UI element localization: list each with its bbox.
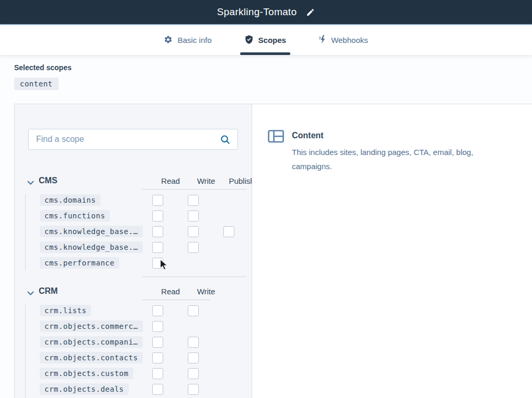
search-icon (220, 134, 231, 147)
write-checkbox[interactable] (188, 337, 199, 348)
read-checkbox[interactable] (152, 352, 163, 363)
scope-row: cms.functions (15, 209, 252, 225)
section-header: CRMReadWrite (27, 286, 252, 298)
scope-row: crm.objects.commerc… (15, 319, 252, 335)
write-checkbox[interactable] (188, 305, 199, 316)
publish-checkbox[interactable] (223, 226, 234, 237)
read-checkbox[interactable] (152, 195, 163, 206)
section-rows: cms.domains cms.functions cms.knowledge_… (15, 193, 252, 272)
scope-name-tag[interactable]: crm.objects.deals (40, 383, 129, 395)
write-checkbox[interactable] (188, 384, 199, 395)
scope-row: crm.objects.custom (15, 367, 252, 382)
column-header-write: Write (197, 287, 216, 296)
scope-name-tag[interactable]: crm.lists (40, 305, 91, 316)
tab-label: Scopes (258, 36, 286, 45)
scope-row: crm.objects.compani… (15, 335, 252, 351)
tab-scopes[interactable]: Scopes (244, 25, 286, 55)
read-checkbox[interactable] (152, 242, 163, 253)
lightning-icon (319, 35, 326, 46)
scope-list-pane: CMSReadWritePublish cms.domains cms.func… (15, 104, 252, 398)
scope-detail-pane: Content This includes sites, landing pag… (252, 104, 532, 398)
app-header: Sparkling-Tomato (0, 0, 532, 25)
tab-webhooks[interactable]: Webhooks (319, 25, 368, 55)
tab-label: Basic info (177, 36, 211, 45)
write-checkbox[interactable] (188, 211, 199, 222)
scope-row: cms.knowledge_base.… (15, 225, 252, 240)
scope-detail-title: Content (292, 131, 488, 140)
write-checkbox[interactable] (188, 352, 199, 363)
write-checkbox[interactable] (188, 195, 199, 206)
scope-row: cms.domains (15, 193, 252, 209)
shield-check-icon (244, 35, 254, 46)
scope-detail-description: This includes sites, landing pages, CTA,… (292, 145, 488, 173)
scope-name-tag[interactable]: crm.objects.contacts (40, 352, 143, 363)
app-window: { "header": { "title": "Sparkling-Tomato… (0, 0, 532, 398)
scope-search-box (28, 129, 238, 150)
column-header-read: Read (161, 176, 180, 185)
column-header-publish: Publish (229, 176, 252, 185)
tab-basic-info[interactable]: Basic info (164, 25, 211, 55)
scope-name-tag[interactable]: cms.knowledge_base.… (40, 241, 143, 253)
selected-scopes-section: Selected scopes content (0, 55, 532, 90)
tab-bar: Basic info Scopes Webhooks (0, 25, 532, 55)
app-title: Sparkling-Tomato (217, 6, 297, 18)
chevron-down-icon[interactable] (27, 289, 34, 298)
read-checkbox[interactable] (152, 211, 163, 222)
scope-name-tag[interactable]: crm.objects.custom (40, 368, 133, 379)
read-checkbox[interactable] (152, 321, 163, 332)
gear-icon (164, 35, 173, 46)
tab-label: Webhooks (331, 36, 368, 45)
section-rows: crm.lists crm.objects.commerc… crm.objec… (15, 304, 252, 398)
write-checkbox[interactable] (188, 368, 199, 379)
selected-scope-tag: content (14, 78, 59, 90)
scope-picker-panel: CMSReadWritePublish cms.domains cms.func… (14, 104, 532, 398)
write-checkbox[interactable] (188, 242, 199, 253)
column-header-write: Write (197, 176, 216, 185)
read-checkbox[interactable] (152, 258, 163, 269)
scope-row: crm.lists (15, 304, 252, 319)
column-underline (142, 189, 246, 190)
scope-name-tag[interactable]: crm.objects.compani… (40, 336, 143, 348)
selected-scopes-label: Selected scopes (14, 63, 532, 72)
scope-name-tag[interactable]: crm.objects.commerc… (40, 320, 143, 332)
read-checkbox[interactable] (152, 368, 163, 379)
scope-name-tag[interactable]: cms.knowledge_base.… (40, 226, 143, 237)
scope-search-input[interactable] (29, 135, 237, 144)
scope-name-tag[interactable]: cms.performance (40, 257, 119, 269)
scope-name-tag[interactable]: cms.functions (40, 210, 110, 222)
read-checkbox[interactable] (152, 337, 163, 348)
section-header: CMSReadWritePublish (27, 175, 252, 188)
scope-row: cms.performance (15, 256, 252, 272)
write-checkbox[interactable] (188, 226, 199, 237)
read-checkbox[interactable] (152, 384, 163, 395)
scope-section-crm: CRMReadWrite crm.lists crm.objects.comme… (15, 286, 252, 398)
scope-sections: CMSReadWritePublish cms.domains cms.func… (15, 175, 252, 398)
scope-detail-card: Content This includes sites, landing pag… (268, 130, 511, 173)
scope-name-tag[interactable]: cms.domains (40, 194, 100, 206)
content-layout-icon (268, 130, 284, 173)
read-checkbox[interactable] (152, 226, 163, 237)
section-divider (142, 277, 246, 277)
scope-section-cms: CMSReadWritePublish cms.domains cms.func… (15, 175, 252, 277)
read-checkbox[interactable] (152, 305, 163, 316)
section-title: CMS (39, 176, 58, 185)
edit-title-icon[interactable] (306, 8, 315, 17)
chevron-down-icon[interactable] (27, 178, 34, 187)
column-underline (142, 300, 211, 300)
scope-row: crm.objects.deals (15, 382, 252, 398)
column-header-read: Read (161, 287, 180, 296)
section-title: CRM (39, 286, 58, 296)
scope-row: crm.objects.contacts (15, 351, 252, 367)
scope-row: cms.knowledge_base.… (15, 240, 252, 256)
